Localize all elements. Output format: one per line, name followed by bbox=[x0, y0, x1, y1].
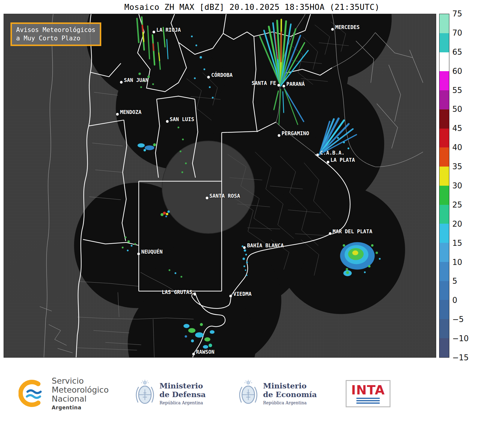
city-label: SANTA FE bbox=[252, 80, 276, 86]
economia-caption: República Argentina bbox=[263, 400, 317, 405]
colorbar-tick--15: −15 bbox=[452, 353, 469, 362]
inta-logo-block: INTA bbox=[346, 380, 391, 407]
colorbar-tick-10: 10 bbox=[452, 258, 462, 267]
city-marker-santa-fe: SANTA FE bbox=[277, 84, 280, 86]
city-dot bbox=[327, 161, 329, 163]
city-dot bbox=[229, 295, 232, 297]
city-marker-layer: LA RIOJAMERCEDESSAN JUANCÓRDOBASANTA FEP… bbox=[4, 14, 436, 357]
city-dot bbox=[278, 134, 281, 137]
warning-line-1: Avisos Meteorológicos bbox=[16, 26, 96, 34]
city-label: LA RIOJA bbox=[156, 27, 181, 33]
colorbar-tick-45: 45 bbox=[452, 124, 462, 133]
ministerio-economia-block: Ministerio de Economía República Argenti… bbox=[238, 380, 317, 407]
smn-name-line3: Nacional bbox=[52, 394, 109, 403]
colorbar-tick-40: 40 bbox=[452, 143, 462, 152]
city-marker-c-a-b-a-: C.A.B.A. bbox=[316, 153, 319, 156]
city-dot bbox=[116, 113, 119, 116]
city-label: C.A.B.A. bbox=[320, 150, 344, 155]
colorbar-segment-55-to-60 bbox=[439, 71, 449, 90]
colorbar-segment-30-to-35 bbox=[439, 167, 449, 186]
colorbar-tick-15: 15 bbox=[452, 239, 462, 248]
colorbar-tick-20: 20 bbox=[452, 219, 462, 228]
short-term-warnings-box[interactable]: Avisos Meteorológicos a Muy Corto Plazo bbox=[10, 22, 101, 46]
city-label: SANTA ROSA bbox=[209, 193, 240, 199]
city-dot bbox=[283, 85, 285, 88]
city-marker-bah-a-blanca: BAHÍA BLANCA bbox=[243, 246, 246, 249]
colorbar-segment--5-to-0 bbox=[439, 300, 449, 319]
city-dot bbox=[331, 28, 334, 31]
city-dot bbox=[137, 253, 140, 255]
city-marker-paran-: PARANÁ bbox=[283, 85, 285, 88]
smn-logo-block: Servicio Meteorológico Nacional Argentin… bbox=[19, 376, 109, 411]
city-label: SAN LUIS bbox=[170, 116, 194, 122]
city-marker-las-grutas: LAS GRUTAS bbox=[194, 293, 196, 295]
economia-title: Ministerio bbox=[263, 382, 317, 391]
colorbar-tick-0: 0 bbox=[452, 296, 457, 305]
city-marker-la-plata: LA PLATA bbox=[327, 161, 329, 163]
city-marker-neuqu-n: NEUQUÉN bbox=[137, 253, 140, 255]
colorbar-segment-40-to-45 bbox=[439, 129, 449, 148]
city-label: PARANÁ bbox=[287, 81, 305, 87]
colorbar-tick-55: 55 bbox=[452, 86, 462, 95]
city-dot bbox=[120, 81, 123, 84]
colorbar-tick-labels: 757065605550454035302520151050−5−10−15 bbox=[452, 14, 494, 358]
city-marker-mendoza: MENDOZA bbox=[116, 113, 119, 116]
defensa-title: Ministerio bbox=[160, 382, 206, 391]
radar-mosaic-map: LA RIOJAMERCEDESSAN JUANCÓRDOBASANTA FEP… bbox=[4, 14, 436, 358]
dbz-colorbar bbox=[439, 14, 449, 358]
colorbar-segment-45-to-50 bbox=[439, 109, 449, 129]
colorbar-segment-5-to-10 bbox=[439, 262, 449, 281]
colorbar-area: 757065605550454035302520151050−5−10−15 bbox=[439, 14, 495, 358]
main-content: LA RIOJAMERCEDESSAN JUANCÓRDOBASANTA FEP… bbox=[0, 14, 504, 358]
city-label: MERCEDES bbox=[335, 24, 360, 30]
city-dot bbox=[192, 353, 195, 355]
colorbar-tick-65: 65 bbox=[452, 48, 462, 57]
city-marker-mar-del-plata: MAR DEL PLATA bbox=[329, 232, 331, 235]
colorbar-tick-30: 30 bbox=[452, 181, 462, 190]
warning-line-2: a Muy Corto Plazo bbox=[16, 34, 96, 42]
colorbar-segment-35-to-40 bbox=[439, 147, 449, 167]
economia-subtitle: de Economía bbox=[263, 391, 317, 399]
city-marker-san-luis: SAN LUIS bbox=[166, 120, 168, 123]
colorbar-segment-70-to-75 bbox=[439, 14, 449, 33]
colorbar-segment-60-to-65 bbox=[439, 52, 449, 71]
city-label: VIEDMA bbox=[233, 291, 252, 297]
colorbar-tick-5: 5 bbox=[452, 277, 457, 286]
city-label: MENDOZA bbox=[120, 109, 142, 115]
defensa-caption: República Argentina bbox=[160, 400, 206, 405]
colorbar-segment-0-to-5 bbox=[439, 281, 449, 300]
colorbar-segment-25-to-30 bbox=[439, 186, 449, 205]
colorbar-tick--5: −5 bbox=[452, 315, 464, 324]
city-label: MAR DEL PLATA bbox=[333, 228, 372, 234]
city-dot bbox=[206, 197, 208, 199]
colorbar-tick-25: 25 bbox=[452, 200, 462, 209]
colorbar-segment--15-to--10 bbox=[439, 338, 449, 357]
smn-name-line1: Servicio bbox=[52, 376, 109, 385]
city-marker-c-rdoba: CÓRDOBA bbox=[207, 76, 210, 79]
city-label: LAS GRUTAS bbox=[162, 289, 192, 295]
city-marker-san-juan: SAN JUAN bbox=[120, 81, 123, 84]
colorbar-tick--10: −10 bbox=[452, 334, 469, 343]
argentina-coat-of-arms-icon bbox=[135, 380, 155, 407]
city-label: RAWSON bbox=[196, 349, 214, 355]
colorbar-tick-50: 50 bbox=[452, 105, 462, 114]
colorbar-segment-10-to-15 bbox=[439, 243, 449, 262]
city-marker-rawson: RAWSON bbox=[192, 353, 195, 355]
city-dot bbox=[329, 232, 331, 235]
colorbar-segment-15-to-20 bbox=[439, 224, 449, 243]
city-marker-pergamino: PERGAMINO bbox=[278, 134, 281, 137]
inta-logo: INTA bbox=[346, 380, 391, 407]
colorbar-tick-60: 60 bbox=[452, 67, 462, 76]
city-dot bbox=[194, 293, 196, 295]
city-marker-mercedes: MERCEDES bbox=[331, 28, 334, 31]
city-marker-viedma: VIEDMA bbox=[229, 295, 232, 297]
colorbar-segment-65-to-70 bbox=[439, 33, 449, 52]
city-dot bbox=[207, 76, 210, 79]
colorbar-tick-75: 75 bbox=[452, 9, 462, 18]
ministerio-defensa-block: Ministerio de Defensa República Argentin… bbox=[135, 380, 206, 407]
city-label: SAN JUAN bbox=[124, 77, 148, 83]
footer-logos: Servicio Meteorológico Nacional Argentin… bbox=[0, 358, 504, 429]
argentina-coat-of-arms-icon bbox=[238, 380, 258, 407]
city-dot bbox=[166, 120, 168, 123]
smn-logo bbox=[19, 379, 47, 408]
